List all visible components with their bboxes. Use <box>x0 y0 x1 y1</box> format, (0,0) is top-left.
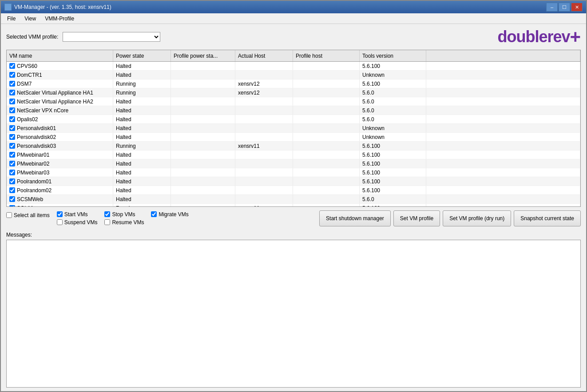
checkbox-stop-vms[interactable] <box>104 211 110 217</box>
td-actual-host <box>235 97 293 106</box>
td-tools-version: Unknown <box>360 133 426 141</box>
profile-select[interactable] <box>63 32 160 42</box>
col-header-actual-host: Actual Host <box>235 50 293 61</box>
checkbox-suspend-vms[interactable] <box>57 219 63 225</box>
td-vm-name: DomCTR1 <box>7 71 113 79</box>
td-vm-name: DSM7 <box>7 79 113 88</box>
td-power-state: Running <box>113 142 171 150</box>
row-checkbox-9[interactable] <box>9 143 15 149</box>
td-actual-host: xensrv11 <box>235 204 293 206</box>
row-checkbox-16[interactable] <box>9 205 15 206</box>
table-row: NetScaler VPX nCore Halted 5.6.0 <box>7 106 580 115</box>
vm-name-text: Personalvdisk03 <box>17 143 56 149</box>
td-vm-name: SQL11 <box>7 204 113 206</box>
row-checkbox-2[interactable] <box>9 81 15 87</box>
snapshot-current-state-button[interactable]: Snapshot current state <box>514 210 581 226</box>
messages-box[interactable] <box>6 240 581 388</box>
table-row: Personalvdisk03 Running xensrv11 5.6.100 <box>7 142 580 150</box>
td-profile-power <box>171 133 235 141</box>
td-vm-name: Personalvdisk02 <box>7 133 113 141</box>
row-checkbox-8[interactable] <box>9 134 15 140</box>
td-tools-version: 5.6.100 <box>360 150 426 159</box>
td-power-state: Halted <box>113 195 171 203</box>
vm-name-text: NetScaler Virtual Appliance HA2 <box>17 99 93 105</box>
menu-file[interactable]: File <box>3 13 20 24</box>
td-extra <box>426 150 580 159</box>
checkbox-start-vms[interactable] <box>57 211 63 217</box>
checkbox-item-3: Suspend VMs <box>57 219 98 226</box>
col-header-power-state: Power state <box>113 50 171 61</box>
row-checkbox-13[interactable] <box>9 178 15 184</box>
profile-row: Selected VMM profile: doublerev + <box>1 24 586 50</box>
set-vm-profile-dryrun-button[interactable]: Set VM profile (dry run) <box>443 210 511 226</box>
td-extra <box>426 62 580 70</box>
row-checkbox-1[interactable] <box>9 72 15 78</box>
td-extra <box>426 133 580 141</box>
row-checkbox-3[interactable] <box>9 90 15 95</box>
profile-label: Selected VMM profile: <box>6 34 58 40</box>
row-checkbox-11[interactable] <box>9 161 15 166</box>
td-profile-host <box>293 106 360 115</box>
table-row: PMwebinar01 Halted 5.6.100 <box>7 150 580 159</box>
td-actual-host <box>235 168 293 177</box>
td-actual-host <box>235 62 293 70</box>
td-power-state: Halted <box>113 186 171 194</box>
td-extra <box>426 115 580 123</box>
vm-name-text: DSM7 <box>17 81 32 87</box>
td-power-state: Halted <box>113 115 171 123</box>
row-checkbox-15[interactable] <box>9 196 15 202</box>
checkbox-item-1: Stop VMs <box>104 211 144 218</box>
row-checkbox-14[interactable] <box>9 187 15 193</box>
select-all-label: Select all items <box>14 212 50 218</box>
menu-view[interactable]: View <box>20 13 40 24</box>
vm-name-text: Personalvdisk02 <box>17 134 56 140</box>
td-vm-name: PMwebinar01 <box>7 150 113 159</box>
row-checkbox-4[interactable] <box>9 99 15 104</box>
maximize-button[interactable]: ☐ <box>559 3 570 12</box>
table-row: SQL11 Running xensrv11 5.6.100 <box>7 204 580 206</box>
set-vm-profile-button[interactable]: Set VM profile <box>393 210 440 226</box>
checkbox-resume-vms[interactable] <box>104 219 110 225</box>
td-actual-host <box>235 106 293 115</box>
td-extra <box>426 79 580 88</box>
td-profile-power <box>171 115 235 123</box>
vm-name-text: DomCTR1 <box>17 72 42 78</box>
td-profile-host <box>293 204 360 206</box>
td-extra <box>426 142 580 150</box>
td-power-state: Halted <box>113 159 171 168</box>
vm-table-container: VM name Power state Profile power sta...… <box>6 50 581 207</box>
td-profile-host <box>293 97 360 106</box>
td-vm-name: CPVS60 <box>7 62 113 70</box>
td-extra <box>426 177 580 186</box>
td-vm-name: SCSMWeb <box>7 195 113 203</box>
vm-name-text: NetScaler VPX nCore <box>17 107 68 114</box>
row-checkbox-7[interactable] <box>9 125 15 131</box>
checkbox-migrate-vms[interactable] <box>151 211 157 217</box>
td-tools-version: 5.6.100 <box>360 142 426 150</box>
row-checkbox-0[interactable] <box>9 63 15 69</box>
minimize-button[interactable]: – <box>546 3 558 12</box>
menu-vmm-profile[interactable]: VMM-Profile <box>40 13 79 24</box>
table-header: VM name Power state Profile power sta...… <box>7 50 580 62</box>
close-button[interactable]: ✕ <box>571 3 583 12</box>
checkbox-label-3: Suspend VMs <box>64 219 98 226</box>
row-checkbox-5[interactable] <box>9 107 15 113</box>
row-checkbox-6[interactable] <box>9 116 15 122</box>
vm-name-text: Poolrandom02 <box>17 187 52 194</box>
td-vm-name: Personalvdisk03 <box>7 142 113 150</box>
td-actual-host <box>235 186 293 194</box>
td-profile-host <box>293 186 360 194</box>
td-profile-host <box>293 88 360 97</box>
row-checkbox-12[interactable] <box>9 170 15 175</box>
start-shutdown-manager-button[interactable]: Start shutdown manager <box>319 210 391 226</box>
select-all-checkbox[interactable] <box>6 212 12 218</box>
td-tools-version: 5.6.100 <box>360 204 426 206</box>
td-vm-name: Poolrandom02 <box>7 186 113 194</box>
vm-name-text: Poolrandom01 <box>17 178 52 185</box>
td-actual-host <box>235 195 293 203</box>
td-profile-power <box>171 159 235 168</box>
td-power-state: Halted <box>113 133 171 141</box>
row-checkbox-10[interactable] <box>9 152 15 158</box>
checkbox-label-2: Migrate VMs <box>159 211 188 218</box>
td-profile-power <box>171 88 235 97</box>
